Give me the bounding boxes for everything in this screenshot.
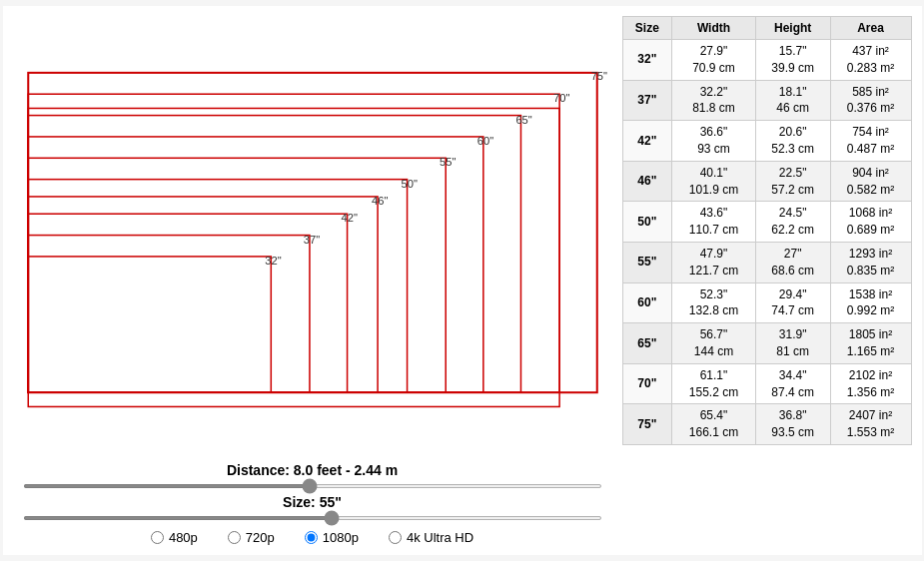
col-width: Width — [672, 17, 756, 40]
radio-1080p[interactable]: 1080p — [305, 530, 359, 545]
svg-text:65": 65" — [515, 114, 531, 126]
cell-size: 32" — [622, 40, 672, 81]
radio-720p-label: 720p — [246, 530, 275, 545]
table-row: 37"32.2"81.8 cm18.1"46 cm585 in²0.376 m² — [622, 80, 911, 121]
cell-height: 24.5"62.2 cm — [755, 202, 830, 243]
table-row: 60"52.3"132.8 cm29.4"74.7 cm1538 in²0.99… — [622, 282, 911, 323]
table-row: 32"27.9"70.9 cm15.7"39.9 cm437 in²0.283 … — [622, 40, 911, 81]
cell-size: 65" — [622, 323, 672, 364]
svg-rect-2 — [28, 108, 559, 406]
radio-4k[interactable]: 4k Ultra HD — [389, 530, 473, 545]
cell-size: 60" — [622, 282, 672, 323]
col-area: Area — [830, 17, 911, 40]
cell-height: 22.5"57.2 cm — [755, 161, 830, 202]
cell-area: 2407 in²1.553 m² — [830, 404, 911, 445]
cell-width: 36.6"93 cm — [672, 121, 756, 162]
cell-width: 65.4"166.1 cm — [672, 404, 756, 445]
table-row: 50"43.6"110.7 cm24.5"62.2 cm1068 in²0.68… — [622, 202, 911, 243]
diagram-area: 75" 70" 65" 60" — [13, 16, 612, 454]
distance-slider-row — [23, 484, 602, 488]
svg-text:75": 75" — [590, 70, 606, 82]
cell-size: 70" — [622, 363, 672, 404]
cell-height: 36.8"93.5 cm — [755, 404, 830, 445]
table-row: 70"61.1"155.2 cm34.4"87.4 cm2102 in²1.35… — [622, 363, 911, 404]
distance-label: Distance: 8.0 feet - 2.44 m — [227, 462, 398, 478]
cell-width: 40.1"101.9 cm — [672, 161, 756, 202]
radio-1080p-label: 1080p — [323, 530, 359, 545]
distance-slider[interactable] — [23, 484, 602, 488]
svg-text:60": 60" — [476, 135, 492, 147]
cell-height: 15.7"39.9 cm — [755, 40, 830, 81]
cell-area: 585 in²0.376 m² — [830, 80, 911, 121]
cell-height: 18.1"46 cm — [755, 80, 830, 121]
cell-width: 27.9"70.9 cm — [672, 40, 756, 81]
cell-area: 1068 in²0.689 m² — [830, 202, 911, 243]
cell-area: 754 in²0.487 m² — [830, 121, 911, 162]
size-slider[interactable] — [23, 516, 602, 520]
svg-rect-15 — [28, 214, 347, 392]
cell-width: 43.6"110.7 cm — [672, 202, 756, 243]
svg-text:37": 37" — [303, 234, 319, 246]
radio-480p[interactable]: 480p — [151, 530, 198, 545]
radio-720p[interactable]: 720p — [228, 530, 275, 545]
diagram-svg: 75" 70" 65" 60" — [13, 16, 612, 444]
left-panel: 75" 70" 65" 60" — [13, 16, 612, 545]
svg-text:55": 55" — [440, 156, 456, 168]
svg-text:42": 42" — [341, 212, 357, 224]
cell-size: 55" — [622, 242, 672, 282]
table-row: 42"36.6"93 cm20.6"52.3 cm754 in²0.487 m² — [622, 121, 911, 162]
radio-480p-label: 480p — [169, 530, 198, 545]
cell-height: 27"68.6 cm — [755, 242, 830, 282]
cell-size: 37" — [622, 80, 672, 121]
controls-panel: Distance: 8.0 feet - 2.44 m Size: 55" 48… — [13, 454, 612, 545]
cell-size: 42" — [622, 121, 672, 162]
cell-width: 52.3"132.8 cm — [672, 282, 756, 323]
table-row: 46"40.1"101.9 cm22.5"57.2 cm904 in²0.582… — [622, 161, 911, 202]
cell-size: 46" — [622, 161, 672, 202]
main-container: 75" 70" 65" 60" — [3, 6, 922, 555]
cell-area: 2102 in²1.356 m² — [830, 363, 911, 404]
cell-area: 1293 in²0.835 m² — [830, 242, 911, 282]
cell-area: 904 in²0.582 m² — [830, 161, 911, 202]
right-panel: Size Width Height Area 32"27.9"70.9 cm15… — [622, 16, 912, 545]
cell-width: 56.7"144 cm — [672, 323, 756, 364]
svg-rect-13 — [28, 197, 378, 392]
cell-area: 437 in²0.283 m² — [830, 40, 911, 81]
cell-size: 75" — [622, 404, 672, 445]
svg-text:70": 70" — [553, 92, 569, 104]
svg-rect-9 — [28, 158, 446, 392]
cell-area: 1538 in²0.992 m² — [830, 282, 911, 323]
cell-height: 29.4"74.7 cm — [755, 282, 830, 323]
cell-height: 31.9"81 cm — [755, 323, 830, 364]
col-size: Size — [622, 17, 672, 40]
resolution-row: 480p 720p 1080p 4k Ultra HD — [151, 530, 473, 545]
svg-text:50": 50" — [401, 178, 417, 190]
svg-rect-7 — [28, 137, 483, 392]
size-label: Size: 55" — [283, 494, 342, 510]
col-height: Height — [755, 17, 830, 40]
svg-text:32": 32" — [265, 255, 281, 267]
cell-height: 20.6"52.3 cm — [755, 121, 830, 162]
cell-area: 1805 in²1.165 m² — [830, 323, 911, 364]
table-row: 65"56.7"144 cm31.9"81 cm1805 in²1.165 m² — [622, 323, 911, 364]
cell-width: 47.9"121.7 cm — [672, 242, 756, 282]
table-row: 75"65.4"166.1 cm36.8"93.5 cm2407 in²1.55… — [622, 404, 911, 445]
size-slider-row — [23, 516, 602, 520]
table-row: 55"47.9"121.7 cm27"68.6 cm1293 in²0.835 … — [622, 242, 911, 282]
cell-width: 32.2"81.8 cm — [672, 80, 756, 121]
size-table: Size Width Height Area 32"27.9"70.9 cm15… — [622, 16, 912, 445]
cell-size: 50" — [622, 202, 672, 243]
cell-width: 61.1"155.2 cm — [672, 363, 756, 404]
radio-4k-label: 4k Ultra HD — [407, 530, 473, 545]
cell-height: 34.4"87.4 cm — [755, 363, 830, 404]
svg-text:46": 46" — [371, 195, 387, 207]
svg-rect-19 — [28, 257, 271, 392]
